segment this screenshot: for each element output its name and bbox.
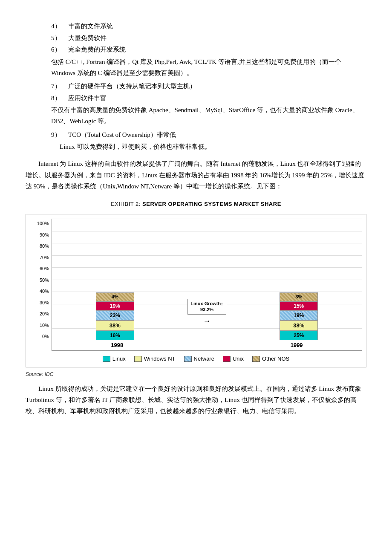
bar-group-1998: 4% 19% 23% 38% 16% (96, 292, 134, 340)
source-text: Source: IDC (26, 370, 366, 379)
top-divider (26, 13, 366, 13)
y-label-80: 80% (40, 242, 49, 250)
bar-1999-unix: 15% (280, 301, 318, 311)
chart-title: EXHIBIT 2: SERVER OPERATING SYSTEMS MARK… (26, 199, 366, 209)
legend-netware: Netware (184, 354, 214, 364)
legend-unix: Unix (223, 354, 244, 364)
list-item-9: 9） TCO（Total Cost of Ownership）非常低 (51, 130, 366, 141)
y-label-0: 0% (42, 332, 49, 341)
legend-label-unix: Unix (233, 354, 244, 364)
list-text-6: 完全免费的开发系统 (68, 44, 126, 55)
list-num-6: 6） (51, 44, 68, 55)
list-text-7: 广泛的硬件平台（支持从笔记本到大型主机） (68, 81, 196, 92)
y-label-30: 30% (40, 299, 49, 307)
chart-legend: Linux Windows NT Netware Unix Other NOS (30, 354, 362, 367)
list-item-6: 6） 完全免费的开发系统 (51, 44, 366, 55)
y-label-20: 20% (40, 310, 49, 318)
indent-para-3: Linux 可以免费得到，即使购买，价格也非常非常低。 (60, 141, 366, 152)
y-label-100: 100% (37, 220, 49, 228)
y-label-40: 40% (40, 287, 49, 295)
list-num-7: 7） (51, 81, 68, 92)
arrow-text: Linux Growth↑93.2% (187, 299, 226, 315)
chart-plot: 4% 19% 23% 38% 16% (52, 219, 362, 351)
arrow-annotation: Linux Growth↑93.2% → (187, 299, 226, 340)
list-item-8: 8） 应用软件丰富 (51, 93, 366, 104)
bar-1998-netware: 23% (96, 311, 134, 320)
legend-label-othernos: Other NOS (262, 354, 289, 364)
bar-group-1999: 3% 15% 19% 38% 25% (280, 292, 318, 340)
bar-stack-1999: 3% 15% 19% 38% 25% (280, 292, 318, 340)
legend-box-linux (103, 356, 110, 362)
arrow-symbol: → (203, 315, 210, 328)
legend-othernos: Other NOS (252, 354, 289, 364)
bars-container: 4% 19% 23% 38% 16% (52, 219, 362, 340)
y-label-90: 90% (40, 231, 49, 239)
paragraph-1: Internet 为 Linux 这样的自由软件的发展提供了广阔的舞台。随着 I… (26, 158, 366, 192)
x-label-1999: 1999 (277, 341, 316, 350)
list-item-7: 7） 广泛的硬件平台（支持从笔记本到大型主机） (51, 81, 366, 92)
list-num-8: 8） (51, 93, 68, 104)
chart-section: EXHIBIT 2: SERVER OPERATING SYSTEMS MARK… (26, 199, 366, 379)
legend-windowsnt: Windows NT (134, 354, 176, 364)
paragraph-2: Linux 所取得的成功，关键是它建立在一个良好的设计原则和良好的发展模式上。在… (26, 383, 366, 417)
list-num-9: 9） (51, 130, 68, 141)
bar-1999-netware: 19% (280, 311, 318, 320)
legend-label-linux: Linux (112, 354, 126, 364)
legend-box-unix (223, 356, 231, 362)
list-text-8: 应用软件丰富 (68, 93, 107, 104)
chart-title-main: SERVER OPERATING SYSTEMS MARKET SHARE (142, 201, 281, 207)
chart-title-prefix: EXHIBIT 2: (111, 201, 142, 207)
bar-1998-unix: 19% (96, 301, 134, 311)
y-label-10: 10% (40, 321, 49, 330)
content-area: 4） 丰富的文件系统 5） 大量免费软件 6） 完全免费的开发系统 包括 C/C… (26, 21, 366, 416)
chart-box: 100% 90% 80% 70% 60% 50% 40% 30% 20% 10%… (26, 214, 366, 367)
legend-box-netware (184, 356, 192, 362)
list-text-4: 丰富的文件系统 (68, 21, 113, 32)
legend-label-netware: Netware (194, 354, 214, 364)
list-num-5: 5） (51, 33, 68, 44)
list-text-5: 大量免费软件 (68, 33, 107, 44)
bar-1998-othernos: 4% (96, 292, 134, 301)
y-label-70: 70% (40, 254, 49, 262)
bar-1998-linux: 16% (96, 331, 134, 340)
legend-linux: Linux (103, 354, 126, 364)
legend-label-windowsnt: Windows NT (144, 354, 176, 364)
bar-stack-1998: 4% 19% 23% 38% 16% (96, 292, 134, 340)
chart-inner: 100% 90% 80% 70% 60% 50% 40% 30% 20% 10%… (30, 219, 362, 351)
indent-para-1: 包括 C/C++, Fortran 编译器，Qt 库及 Php,Perl, Aw… (51, 56, 366, 79)
bar-1999-linux: 25% (280, 331, 318, 340)
x-label-1998: 1998 (98, 341, 136, 350)
list-item-5: 5） 大量免费软件 (51, 33, 366, 44)
y-axis: 100% 90% 80% 70% 60% 50% 40% 30% 20% 10%… (30, 219, 52, 351)
y-label-50: 50% (40, 276, 49, 284)
indent-para-2: 不仅有丰富的高质量的免费软件象 Apache、Sendmail、MySql、St… (51, 104, 366, 127)
legend-box-othernos (252, 356, 260, 362)
bar-1999-windowsnt: 38% (280, 321, 318, 331)
list-num-4: 4） (51, 21, 68, 32)
x-axis-labels: 1998 1999 (52, 340, 362, 350)
list-text-9: TCO（Total Cost of Ownership）非常低 (68, 130, 176, 141)
bar-1998-windowsnt: 38% (96, 321, 134, 331)
bar-1999-othernos: 3% (280, 292, 318, 301)
list-item-4: 4） 丰富的文件系统 (51, 21, 366, 32)
y-label-60: 60% (40, 265, 49, 273)
legend-box-windowsnt (134, 356, 142, 362)
